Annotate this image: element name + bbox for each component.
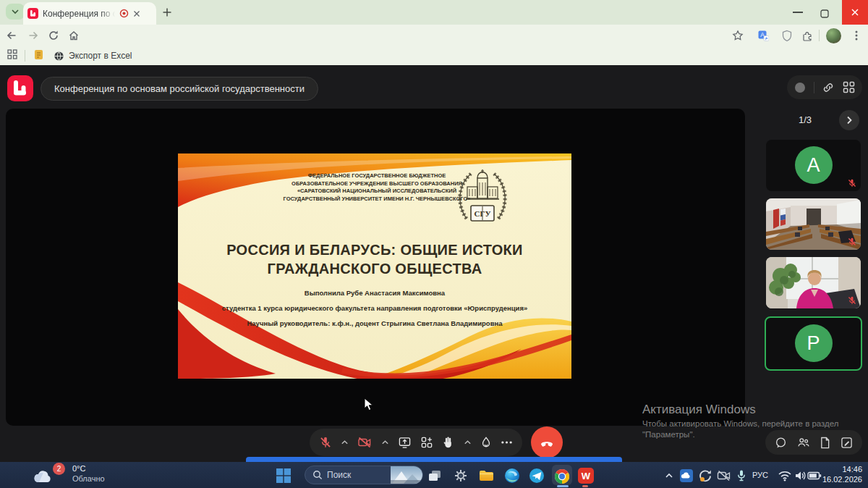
bookmark-item-excel[interactable]: Экспорт в Excel <box>54 51 132 62</box>
chrome-active-indicator <box>557 485 569 487</box>
browser-toolbar: my.mts-link.ru/j/67796201/13180266462/st… <box>0 25 868 46</box>
meeting-controls <box>310 429 522 456</box>
reactions-button[interactable] <box>480 436 492 449</box>
maximize-icon <box>820 9 829 18</box>
camera-options-chevron[interactable] <box>381 439 389 445</box>
browser-menu-button[interactable] <box>851 29 862 45</box>
bookmarks-separator <box>25 50 25 62</box>
reload-icon <box>48 30 59 41</box>
window-close-button[interactable] <box>842 0 868 25</box>
toolbar-separator <box>819 30 820 41</box>
end-call-button[interactable] <box>531 426 563 458</box>
mic-options-chevron[interactable] <box>341 439 349 445</box>
search-icon <box>312 470 323 480</box>
add-to-group-button[interactable] <box>420 436 433 449</box>
browser-tab-strip: Конференция по основам <box>0 0 868 25</box>
bookmark-label: Экспорт в Excel <box>69 51 132 61</box>
chevron-right-icon <box>846 116 852 125</box>
chevron-down-icon <box>11 9 20 14</box>
raise-hand-button[interactable] <box>442 436 454 449</box>
kebab-menu-icon <box>851 29 862 42</box>
reload-button[interactable] <box>48 30 59 44</box>
more-options-button[interactable] <box>501 440 513 445</box>
home-button[interactable] <box>68 30 80 44</box>
shield-icon <box>781 30 793 41</box>
wps-active-indicator <box>582 485 588 487</box>
translate-icon: A <box>758 30 769 41</box>
tray-show-hidden-button[interactable] <box>660 466 678 485</box>
phone-hangup-icon <box>538 434 556 451</box>
participant-tile-speaker-video[interactable] <box>766 257 861 308</box>
participant-tile-classroom[interactable] <box>766 198 861 250</box>
layout-grid-icon[interactable] <box>843 81 855 93</box>
taskbar-app-explorer[interactable] <box>477 466 496 485</box>
profile-avatar[interactable] <box>826 28 841 43</box>
university-emblem: СГУ <box>452 165 513 229</box>
author-line: Выполнила Рубе Анастасия Максимовна <box>178 285 571 300</box>
record-dot-icon[interactable] <box>794 82 806 93</box>
tab-search-button[interactable] <box>6 4 25 20</box>
plus-icon <box>162 7 172 17</box>
forward-button[interactable] <box>27 30 39 44</box>
window-maximize-button[interactable] <box>820 8 829 21</box>
camera-off-button[interactable] <box>357 436 372 449</box>
tray-microphone-icon[interactable] <box>732 466 751 485</box>
participant-avatar: A <box>795 146 833 184</box>
taskbar-app-taskview[interactable] <box>425 466 444 485</box>
window-minimize-button[interactable] <box>793 12 803 13</box>
slide-title: РОССИЯ И БЕЛАРУСЬ: ОБЩИЕ ИСТОКИ ГРАЖДАНС… <box>178 240 571 278</box>
bookmark-item-favicon[interactable] <box>34 49 43 63</box>
meeting-topbar-actions <box>787 75 862 99</box>
weather-condition[interactable]: Облачно <box>72 474 105 483</box>
forward-icon <box>27 30 39 41</box>
conference-title-pill: Конференция по основам российской госуда… <box>41 77 318 101</box>
close-icon <box>851 8 859 17</box>
microphone-muted-button[interactable] <box>319 436 332 449</box>
windows-activation-line: Чтобы активировать Windows, перейдите в … <box>642 419 839 428</box>
start-button[interactable] <box>276 468 292 484</box>
new-tab-button[interactable] <box>162 7 172 20</box>
browser-tab[interactable]: Конференция по основам <box>23 2 156 25</box>
tray-camera-off-icon[interactable] <box>715 466 733 485</box>
presentation-slide: ФЕДЕРАЛЬНОЕ ГОСУДАРСТВЕННОЕ БЮДЖЕТНОЕ ОБ… <box>178 153 571 379</box>
extensions-button[interactable] <box>801 30 813 44</box>
bookmark-star-button[interactable] <box>732 30 744 44</box>
security-shield-button[interactable] <box>781 30 793 44</box>
screen: Конференция по основам <box>0 0 868 488</box>
windows-activation-line: "Параметры". <box>642 430 695 439</box>
taskbar-app-telegram[interactable] <box>527 466 546 485</box>
participant-tile-p-active[interactable]: P <box>765 316 862 371</box>
notes-button[interactable] <box>841 437 853 449</box>
participants-next-button[interactable] <box>839 110 859 130</box>
taskbar-app-chrome[interactable] <box>553 467 571 486</box>
mic-off-icon <box>847 295 857 306</box>
mts-link-logo <box>7 75 33 101</box>
chat-button[interactable] <box>775 437 787 449</box>
tray-sync-icon[interactable] <box>696 466 715 485</box>
weather-temperature[interactable]: 0°C <box>72 464 85 473</box>
apps-grid-button[interactable] <box>7 49 17 62</box>
tab-close-icon[interactable] <box>133 10 140 17</box>
participant-tile-a[interactable]: A <box>766 140 861 191</box>
tray-language-switcher[interactable]: РУС <box>752 471 768 479</box>
copy-link-icon[interactable] <box>822 81 835 94</box>
translate-button[interactable]: A <box>758 30 769 44</box>
mouse-cursor <box>364 397 375 412</box>
taskbar-search[interactable]: Поиск <box>305 466 423 484</box>
tab-recording-icon <box>119 9 129 18</box>
back-button[interactable] <box>6 30 17 44</box>
taskbar-app-wps[interactable]: W <box>576 466 595 485</box>
taskbar-app-settings[interactable] <box>451 466 470 485</box>
hand-options-chevron[interactable] <box>464 439 472 445</box>
files-button[interactable] <box>820 437 830 449</box>
participants-button[interactable] <box>797 437 810 448</box>
taskbar-app-edge[interactable] <box>503 466 522 485</box>
participants-pager: 1/3 <box>799 114 812 125</box>
mic-off-icon <box>847 237 857 247</box>
taskbar-clock[interactable]: 14:46 16.02.2026 <box>809 464 862 484</box>
globe-icon <box>54 51 64 62</box>
screen-share-button[interactable] <box>398 436 412 449</box>
tray-onedrive-icon[interactable] <box>677 466 696 485</box>
panels-toolbar <box>765 430 862 455</box>
weather-badge: 2 <box>53 463 65 475</box>
